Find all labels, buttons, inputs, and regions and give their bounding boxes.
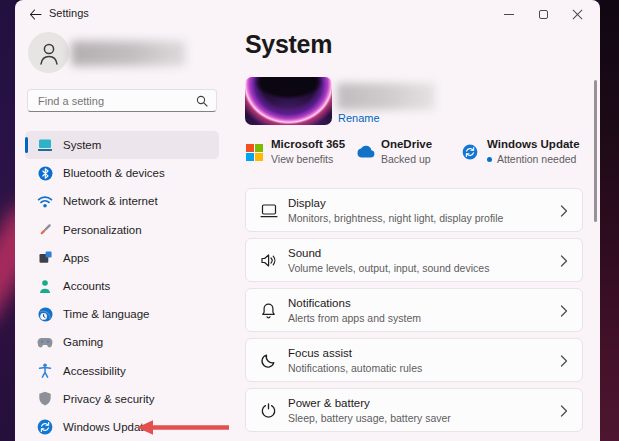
- card-subtitle: Sleep, battery usage, battery saver: [288, 412, 451, 424]
- onedrive-icon: [356, 144, 373, 161]
- sidebar-item-label: Gaming: [63, 336, 103, 348]
- sidebar-item-system[interactable]: System: [25, 131, 219, 159]
- sidebar-item-label: Bluetooth & devices: [63, 167, 165, 179]
- personalization-icon: [37, 222, 53, 238]
- sound-icon: [260, 252, 278, 270]
- accessibility-icon: [37, 363, 53, 379]
- card-sound[interactable]: Sound Volume levels, output, input, soun…: [245, 238, 583, 282]
- sidebar-item-personalization[interactable]: Personalization: [25, 216, 219, 244]
- chevron-right-icon: [560, 255, 568, 267]
- card-title: Power & battery: [288, 397, 370, 409]
- minimize-icon: [504, 14, 514, 15]
- person-icon: [38, 41, 60, 65]
- close-button[interactable]: [560, 0, 594, 28]
- sidebar-nav: System Bluetooth & devices Network & int…: [25, 131, 219, 441]
- time-language-icon: [37, 306, 53, 322]
- notifications-icon: [260, 302, 278, 320]
- chevron-right-icon: [560, 405, 568, 417]
- status-item-microsoft-365[interactable]: Microsoft 365 View benefits: [246, 138, 345, 165]
- annotation-arrow: [137, 419, 230, 436]
- card-title: Notifications: [288, 297, 351, 309]
- desktop-wallpaper-left: [0, 0, 16, 441]
- sidebar-item-bluetooth-and-devices[interactable]: Bluetooth & devices: [25, 159, 219, 187]
- windows-update-icon: [462, 144, 479, 161]
- chevron-right-icon: [560, 355, 568, 367]
- card-power-and-battery[interactable]: Power & battery Sleep, battery usage, ba…: [245, 388, 583, 432]
- sidebar-item-privacy-and-security[interactable]: Privacy & security: [25, 385, 219, 413]
- chevron-right-icon: [560, 305, 568, 317]
- sidebar-item-label: Network & internet: [63, 195, 158, 207]
- sidebar-item-label: System: [63, 139, 101, 151]
- search-icon: [192, 95, 212, 107]
- card-display[interactable]: Display Monitors, brightness, night ligh…: [245, 188, 583, 232]
- window-controls: [492, 0, 594, 28]
- sidebar-item-label: Accounts: [63, 280, 110, 292]
- alert-dot: [487, 157, 492, 162]
- card-subtitle: Volume levels, output, input, sound devi…: [288, 262, 489, 274]
- sidebar-item-label: Apps: [63, 252, 89, 264]
- sidebar-item-accessibility[interactable]: Accessibility: [25, 357, 219, 385]
- maximize-button[interactable]: [526, 0, 560, 28]
- windows-update-icon: [37, 419, 53, 435]
- gaming-icon: [37, 334, 53, 350]
- status-title: Windows Update: [487, 138, 580, 150]
- network-icon: [37, 193, 53, 209]
- window-title: Settings: [49, 7, 89, 19]
- card-subtitle: Notifications, automatic rules: [288, 362, 422, 374]
- status-item-onedrive[interactable]: OneDrive Backed up: [356, 138, 432, 165]
- card-notifications[interactable]: Notifications Alerts from apps and syste…: [245, 288, 583, 332]
- sidebar-item-label: Accessibility: [63, 365, 126, 377]
- system-icon: [37, 137, 53, 153]
- card-subtitle: Monitors, brightness, night light, displ…: [288, 212, 503, 224]
- sidebar-item-label: Time & language: [63, 308, 150, 320]
- back-button[interactable]: [23, 2, 47, 26]
- sidebar-item-apps[interactable]: Apps: [25, 244, 219, 272]
- status-title: Microsoft 365: [271, 138, 345, 150]
- scrollbar-thumb[interactable]: [594, 80, 597, 222]
- rename-link[interactable]: Rename: [338, 112, 380, 124]
- sidebar-item-gaming[interactable]: Gaming: [25, 328, 219, 356]
- status-subtitle: View benefits: [271, 153, 333, 165]
- device-thumbnail: [245, 77, 332, 125]
- search-input[interactable]: [28, 95, 192, 107]
- close-icon: [572, 9, 583, 20]
- search-box[interactable]: [27, 89, 217, 112]
- apps-icon: [37, 250, 53, 266]
- card-title: Focus assist: [288, 347, 352, 359]
- sidebar-item-accounts[interactable]: Accounts: [25, 272, 219, 300]
- desktop-wallpaper-right: [600, 0, 619, 441]
- sidebar-item-label: Personalization: [63, 224, 142, 236]
- maximize-icon: [539, 10, 548, 19]
- user-avatar[interactable]: [28, 32, 69, 73]
- microsoft365-icon: [246, 144, 263, 161]
- card-subtitle: Alerts from apps and system: [288, 312, 421, 324]
- status-subtitle: Attention needed: [497, 153, 576, 165]
- status-subtitle: Backed up: [381, 153, 431, 165]
- user-name-redacted: [71, 41, 185, 66]
- wallpaper-streak: [0, 203, 16, 327]
- chevron-right-icon: [560, 205, 568, 217]
- card-title: Display: [288, 197, 326, 209]
- focus-assist-icon: [260, 352, 278, 370]
- card-title: Sound: [288, 247, 321, 259]
- sidebar-item-time-and-language[interactable]: Time & language: [25, 300, 219, 328]
- power-battery-icon: [260, 402, 278, 420]
- titlebar: Settings: [15, 0, 600, 28]
- sidebar-item-label: Privacy & security: [63, 393, 154, 405]
- status-item-windows-update[interactable]: Windows Update Attention needed: [462, 138, 580, 165]
- settings-window: Settings System Bluetooth & devices Netw…: [15, 0, 600, 441]
- display-icon: [260, 202, 278, 220]
- device-name-redacted: [337, 83, 435, 110]
- sidebar-item-network-and-internet[interactable]: Network & internet: [25, 187, 219, 215]
- card-focus-assist[interactable]: Focus assist Notifications, automatic ru…: [245, 338, 583, 382]
- minimize-button[interactable]: [492, 0, 526, 28]
- accounts-icon: [37, 278, 53, 294]
- bluetooth-icon: [37, 165, 53, 181]
- status-title: OneDrive: [381, 138, 432, 150]
- privacy-icon: [37, 391, 53, 407]
- back-arrow-icon: [29, 9, 42, 20]
- settings-cards: Display Monitors, brightness, night ligh…: [245, 188, 583, 438]
- page-title: System: [245, 30, 332, 59]
